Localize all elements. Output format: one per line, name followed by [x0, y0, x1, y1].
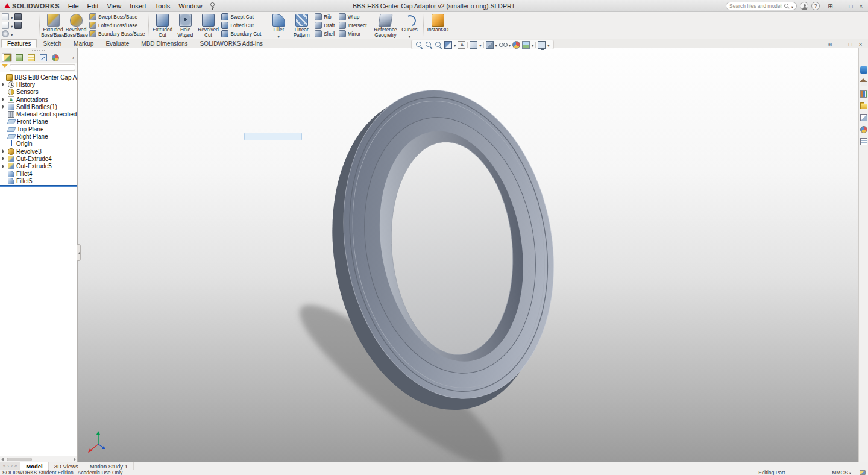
command-tab[interactable]: Evaluate	[99, 39, 135, 48]
reference-geometry-dropdown-icon[interactable]	[385, 33, 386, 39]
options-dropdown-icon[interactable]	[11, 31, 13, 37]
boundary-boss-base-button[interactable]: Boundary Boss/Base	[89, 30, 145, 37]
scroll-left-icon[interactable]	[1, 458, 4, 461]
save-dropdown-icon[interactable]	[11, 22, 13, 29]
custom-properties-icon[interactable]	[860, 138, 867, 145]
scrollbar-thumb[interactable]	[7, 458, 32, 461]
menu-item[interactable]: Edit	[83, 0, 103, 12]
command-tab[interactable]: Features	[1, 39, 37, 48]
section-view-icon[interactable]	[444, 41, 452, 49]
wrap-button[interactable]: Wrap	[339, 13, 367, 20]
rib-button[interactable]: Rib	[315, 13, 335, 20]
tree-item[interactable]: Cut-Extrude4	[0, 155, 77, 162]
draft-button[interactable]: Draft	[315, 22, 335, 29]
tab-overflow-chevron-icon[interactable]	[72, 55, 75, 61]
restore-document-icon[interactable]	[845, 41, 855, 48]
tab-scroll-buttons[interactable]	[0, 462, 20, 470]
lofted-boss-base-button[interactable]: Lofted Boss/Base	[89, 22, 145, 29]
menu-item[interactable]: Tools	[151, 0, 175, 12]
units-dropdown-icon[interactable]	[849, 470, 851, 475]
minimize-document-icon[interactable]	[835, 41, 845, 48]
display-style-dropdown-icon[interactable]	[495, 42, 497, 48]
expand-arrow-icon[interactable]	[2, 149, 6, 153]
command-tab[interactable]: SOLIDWORKS Add-Ins	[194, 39, 269, 48]
options-gear-icon[interactable]	[2, 30, 9, 37]
open-document-icon[interactable]	[14, 13, 22, 20]
tab-configurationmanager[interactable]	[26, 53, 36, 62]
help-icon[interactable]	[811, 2, 820, 10]
boundary-cut-button[interactable]: Boundary Cut	[221, 30, 261, 37]
menu-item[interactable]: View	[102, 0, 125, 12]
edit-appearance-icon[interactable]	[512, 41, 520, 49]
curves-dropdown-icon[interactable]	[409, 33, 410, 39]
command-tab[interactable]: MBD Dimensions	[135, 39, 193, 48]
graphics-area[interactable]	[0, 48, 858, 462]
reference-geometry-button[interactable]: Reference Geometry	[373, 12, 398, 39]
tree-root-part[interactable]: BBS E88 Center Cap Adaptor v2 (s	[0, 74, 77, 81]
extruded-cut-button[interactable]: Extruded Cut	[151, 12, 174, 39]
close-button[interactable]	[856, 1, 866, 11]
revolved-cut-button[interactable]: Revolved Cut	[197, 12, 219, 39]
expand-arrow-icon[interactable]	[2, 98, 6, 101]
tree-item[interactable]: Front Plane	[0, 118, 77, 125]
fillet-button[interactable]: Fillet	[267, 12, 290, 39]
apply-scene-icon[interactable]	[522, 41, 530, 49]
menu-item[interactable]: File	[64, 0, 83, 12]
new-document-icon[interactable]	[2, 13, 9, 20]
command-tab[interactable]: Sketch	[37, 39, 68, 48]
filter-funnel-icon[interactable]	[2, 64, 8, 71]
tree-item[interactable]: History	[0, 81, 77, 88]
swept-cut-button[interactable]: Swept Cut	[221, 13, 261, 20]
search-dropdown-icon[interactable]	[791, 3, 793, 10]
tree-item[interactable]: Top Plane	[0, 125, 77, 133]
panel-horizontal-scrollbar[interactable]	[0, 456, 77, 462]
tab-propertymanager[interactable]	[14, 53, 24, 62]
model-canvas[interactable]	[0, 48, 858, 462]
tree-item[interactable]: Sensors	[0, 89, 77, 96]
new-window-icon[interactable]	[825, 41, 835, 48]
close-document-icon[interactable]	[855, 41, 866, 48]
document-tab[interactable]: Model	[20, 462, 48, 470]
panel-grip-handle[interactable]	[0, 48, 77, 52]
tree-item[interactable]: Revolve3	[0, 148, 77, 155]
mirror-button[interactable]: Mirror	[339, 30, 367, 37]
tree-item[interactable]: Origin	[0, 140, 77, 148]
tab-dimxpertmanager[interactable]	[38, 53, 48, 62]
scroll-prev-icon[interactable]	[7, 464, 9, 468]
view-orientation-icon[interactable]	[470, 41, 477, 49]
document-tab[interactable]: 3D Views	[49, 462, 84, 470]
expand-arrow-icon[interactable]	[2, 83, 6, 86]
shell-button[interactable]: Shell	[315, 30, 335, 37]
tab-displaymanager[interactable]	[50, 53, 60, 62]
linear-pattern-dropdown-icon[interactable]	[301, 33, 303, 39]
undo-icon[interactable]	[14, 22, 22, 29]
scroll-first-icon[interactable]	[3, 464, 5, 468]
hole-wizard-dropdown-icon[interactable]	[184, 33, 186, 39]
view-orientation-dropdown-icon[interactable]	[479, 42, 481, 48]
menu-item[interactable]: Insert	[125, 0, 151, 12]
tree-item[interactable]: Cut-Extrude5	[0, 163, 77, 170]
hide-show-items-icon[interactable]	[499, 41, 507, 49]
scroll-next-icon[interactable]	[11, 464, 13, 468]
expand-arrow-icon[interactable]	[2, 165, 6, 168]
document-tab[interactable]: Motion Study 1	[84, 462, 134, 470]
tab-featuremanager-tree[interactable]	[2, 53, 12, 62]
tree-item[interactable]: Material <not specified>	[0, 110, 77, 118]
linear-pattern-button[interactable]: Linear Pattern	[290, 12, 313, 39]
apply-scene-dropdown-icon[interactable]	[532, 42, 533, 48]
solidworks-resources-icon[interactable]	[860, 78, 867, 86]
expand-arrow-icon[interactable]	[2, 105, 6, 109]
search-icon[interactable]	[784, 4, 790, 9]
dynamic-annotation-views-icon[interactable]	[458, 41, 465, 49]
view-settings-icon[interactable]	[538, 41, 546, 49]
command-tab[interactable]: Markup	[68, 39, 99, 48]
appearances-scenes-icon[interactable]	[860, 126, 867, 133]
save-icon[interactable]	[2, 22, 9, 29]
curves-button[interactable]: Curves	[398, 12, 421, 39]
extruded-boss-base-button[interactable]: Extruded Boss/Base	[42, 12, 64, 39]
revolved-boss-base-button[interactable]: Revolved Boss/Base	[64, 12, 87, 39]
view-settings-dropdown-icon[interactable]	[547, 42, 549, 48]
user-account-icon[interactable]	[800, 2, 808, 10]
tree-item[interactable]: Right Plane	[0, 133, 77, 140]
menu-item[interactable]: Window	[174, 0, 206, 12]
